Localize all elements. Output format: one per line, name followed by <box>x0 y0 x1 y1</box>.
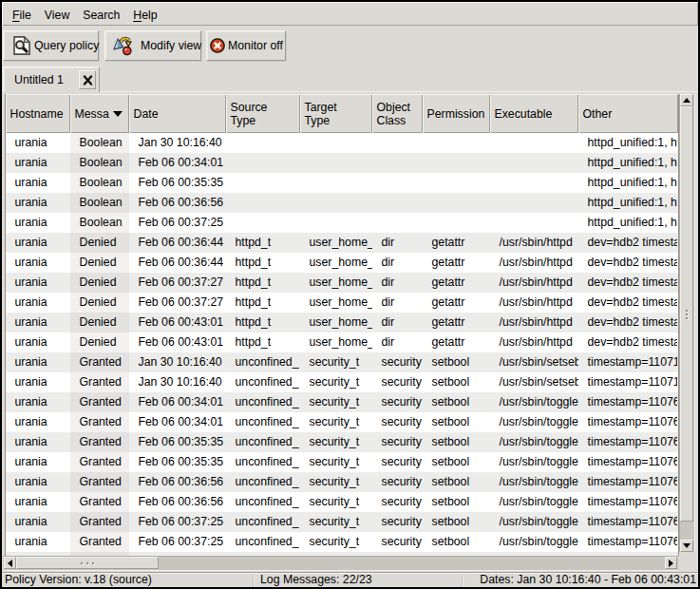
cell: unconfined_ <box>226 472 300 492</box>
column-header-other[interactable]: Other <box>578 94 678 133</box>
cell: dev=hdb2 timesta <box>578 293 677 313</box>
cell: getattr <box>423 273 490 293</box>
menu-search[interactable]: Search <box>76 9 126 22</box>
column-header-label: Object Class <box>377 101 411 127</box>
vertical-scrollbar[interactable] <box>679 94 694 552</box>
column-header-source-type[interactable]: Source Type <box>226 94 300 133</box>
table-row[interactable]: uraniaBooleanJan 30 10:16:40httpd_unifie… <box>6 133 678 153</box>
tab-label: Untitled 1 <box>14 73 64 86</box>
table-row[interactable]: uraniaGrantedJan 30 10:16:40unconfined_s… <box>6 372 678 392</box>
table-row[interactable]: uraniaGrantedFeb 06 00:35:35unconfined_s… <box>6 452 678 472</box>
monitor-off-button[interactable]: Monitor off <box>206 30 286 61</box>
table-row[interactable]: uraniaBooleanFeb 06 00:35:35httpd_unifie… <box>6 173 678 193</box>
cell: urania <box>6 332 70 352</box>
cell: /usr/sbin/toggle <box>490 492 578 512</box>
cell: urania <box>6 133 70 153</box>
cell: security <box>372 412 423 432</box>
scroll-left-button[interactable] <box>4 557 16 569</box>
status-log-messages: Log Messages: 22/23 <box>260 573 462 588</box>
column-header-permission[interactable]: Permission <box>423 94 490 133</box>
table-row[interactable]: uraniaDeniedFeb 06 00:36:44httpd_tuser_h… <box>6 233 678 253</box>
cell: timestamp=11076 <box>578 432 677 452</box>
cell: dev=hdb2 timesta <box>578 233 677 253</box>
table-row[interactable]: uraniaGrantedFeb 06 00:37:25unconfined_s… <box>6 532 678 552</box>
table-row[interactable]: uraniaGrantedFeb 06 00:37:25unconfined_s… <box>6 512 678 532</box>
cell: urania <box>6 372 70 392</box>
sort-desc-icon <box>113 111 123 117</box>
table-row[interactable]: uraniaGrantedJan 30 10:16:40unconfined_s… <box>6 352 678 372</box>
query-policy-button[interactable]: Query policy <box>3 30 99 61</box>
cell <box>226 213 300 233</box>
cell <box>372 153 423 173</box>
table-row[interactable]: uraniaGrantedFeb 06 00:34:01unconfined_s… <box>6 412 678 432</box>
cell <box>226 173 300 193</box>
cell: timestamp=11076 <box>578 392 677 412</box>
table-row[interactable]: uraniaBooleanFeb 06 00:36:56httpd_unifie… <box>6 193 678 213</box>
cell <box>372 193 423 213</box>
horizontal-scrollbar-thumb[interactable] <box>16 557 159 569</box>
cell <box>423 153 490 173</box>
notebook-top-edge <box>100 91 698 92</box>
column-header-label: Date <box>134 107 159 121</box>
scroll-right-button[interactable] <box>665 557 677 569</box>
scroll-down-button[interactable] <box>680 540 693 552</box>
cell: unconfined_ <box>226 512 300 532</box>
modify-view-button[interactable]: Modify view <box>104 30 201 61</box>
cell: urania <box>6 352 70 372</box>
thumb-grip <box>686 308 688 321</box>
table-row[interactable]: uraniaDeniedFeb 06 00:37:27httpd_tuser_h… <box>6 273 678 293</box>
column-header-label: Executable <box>495 107 553 121</box>
status-divider <box>253 574 255 587</box>
cell <box>300 213 372 233</box>
cell: setbool <box>423 492 490 512</box>
column-header-object-class[interactable]: Object Class <box>372 94 423 133</box>
vertical-scrollbar-thumb[interactable] <box>680 106 693 522</box>
table-row[interactable]: uraniaBooleanFeb 06 00:37:25httpd_unifie… <box>6 213 678 233</box>
column-header-label: Messa <box>75 107 109 121</box>
table-row[interactable]: uraniaDeniedFeb 06 00:43:01httpd_tuser_h… <box>6 332 678 352</box>
cell: user_home_ <box>300 253 372 273</box>
column-header-label: Source Type <box>231 101 268 127</box>
table-row[interactable]: uraniaDeniedFeb 06 00:36:44httpd_tuser_h… <box>6 253 678 273</box>
table-row[interactable]: uraniaGrantedFeb 06 00:36:56unconfined_s… <box>6 472 678 492</box>
tab-close-button[interactable] <box>79 70 96 89</box>
cell: urania <box>6 293 70 313</box>
cell: security_t <box>300 412 372 432</box>
cell: Denied <box>70 273 129 293</box>
cell: user_home_ <box>300 313 372 332</box>
cell: Denied <box>70 293 129 313</box>
scroll-up-button[interactable] <box>680 94 693 106</box>
menu-file[interactable]: File <box>6 9 38 22</box>
menu-view[interactable]: View <box>38 9 76 22</box>
cell: urania <box>6 412 70 432</box>
table-row[interactable]: uraniaDeniedFeb 06 00:37:27httpd_tuser_h… <box>6 293 678 313</box>
cell: Denied <box>70 233 129 253</box>
cell: Boolean <box>70 173 129 193</box>
table-header: HostnameMessaDateSource TypeTarget TypeO… <box>6 94 678 133</box>
horizontal-scrollbar[interactable] <box>3 556 678 570</box>
cell <box>490 153 578 173</box>
table-row[interactable]: uraniaGrantedFeb 06 00:36:56unconfined_s… <box>6 492 678 512</box>
column-header-executable[interactable]: Executable <box>490 94 578 133</box>
cell: httpd_t <box>226 332 300 352</box>
table-row[interactable]: uraniaBooleanFeb 06 00:34:01httpd_unifie… <box>6 153 678 173</box>
cell <box>300 153 372 173</box>
cell: urania <box>6 432 70 452</box>
column-header-date[interactable]: Date <box>129 94 226 133</box>
cell: getattr <box>423 293 490 313</box>
column-header-target-type[interactable]: Target Type <box>300 94 372 133</box>
table-row[interactable]: uraniaGrantedFeb 06 00:35:35unconfined_s… <box>6 432 678 452</box>
cell: timestamp=11076 <box>578 472 677 492</box>
table-row[interactable]: uraniaGrantedFeb 06 00:34:01unconfined_s… <box>6 392 678 412</box>
cell: Boolean <box>70 133 129 153</box>
cell: Feb 06 00:37:27 <box>129 273 226 293</box>
tab-untitled-1[interactable]: Untitled 1 <box>3 66 100 92</box>
column-header-messa[interactable]: Messa <box>70 94 129 133</box>
column-header-hostname[interactable]: Hostname <box>6 94 70 133</box>
menu-help[interactable]: Help <box>126 9 163 22</box>
table-row[interactable]: uraniaDeniedFeb 06 00:43:01httpd_tuser_h… <box>6 313 678 332</box>
cell: security_t <box>300 472 372 492</box>
cell: setbool <box>423 392 490 412</box>
cell: urania <box>6 173 70 193</box>
cell: httpd_t <box>226 253 300 273</box>
